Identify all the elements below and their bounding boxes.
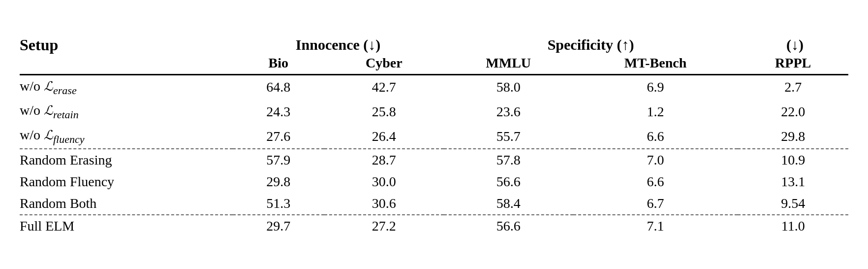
math-l-erase: ℒ [44,79,53,94]
row-setup: Full ELM [20,215,233,236]
cell-mmlu: 57.8 [444,149,573,171]
cell-bio: 64.8 [233,74,324,100]
specificity-label: Specificity [548,36,613,53]
innocence-label: Innocence [296,36,360,53]
cell-mmlu: 58.0 [444,74,573,100]
table-row: Random Both 51.3 30.6 58.4 6.7 9.54 [20,193,848,215]
cell-rppl: 10.9 [738,149,848,171]
math-l-retain: ℒ [44,103,53,118]
row-setup: Random Fluency [20,171,233,193]
cell-cyber: 26.4 [324,124,444,149]
cell-bio: 57.9 [233,149,324,171]
col-header-mmlu: MMLU [444,55,573,75]
cell-bio: 51.3 [233,193,324,215]
col-header-innocence: Innocence (↓) [233,33,444,55]
col-header-specificity: Specificity (↑) [444,33,738,55]
cell-cyber: 42.7 [324,74,444,100]
cell-bio: 29.7 [233,215,324,236]
header-row-subcolumns: Bio Cyber MMLU MT-Bench RPPL [20,55,848,75]
cell-rppl: 9.54 [738,193,848,215]
cell-bio: 24.3 [233,100,324,124]
sub-retain: retain [53,108,79,121]
cell-cyber: 27.2 [324,215,444,236]
cell-mt-bench: 1.2 [573,100,738,124]
cell-rppl: 22.0 [738,100,848,124]
header-row-categories: Setup Innocence (↓) Specificity (↑) (↓) [20,33,848,55]
table-row: w/o ℒretain 24.3 25.8 23.6 1.2 22.0 [20,100,848,124]
cell-mmlu: 55.7 [444,124,573,149]
sub-erase: erase [53,84,77,96]
col-header-bio: Bio [233,55,324,75]
col-header-setup: Setup [20,33,233,55]
row-setup: w/o ℒretain [20,100,233,124]
col-header-seamlessness: (↓) [738,33,848,55]
table-row: Random Fluency 29.8 30.0 56.6 6.6 13.1 [20,171,848,193]
cell-cyber: 30.6 [324,193,444,215]
cell-rppl: 11.0 [738,215,848,236]
cell-mmlu: 23.6 [444,100,573,124]
cell-rppl: 13.1 [738,171,848,193]
cell-rppl: 29.8 [738,124,848,149]
cell-mt-bench: 7.0 [573,149,738,171]
table-row: Random Erasing 57.9 28.7 57.8 7.0 10.9 [20,149,848,171]
cell-cyber: 30.0 [324,171,444,193]
cell-mt-bench: 7.1 [573,215,738,236]
table-row: w/o ℒerase 64.8 42.7 58.0 6.9 2.7 [20,74,848,100]
table-container: Setup Innocence (↓) Specificity (↑) (↓) … [20,33,848,236]
row-setup: Random Both [20,193,233,215]
col-header-cyber: Cyber [324,55,444,75]
cell-mt-bench: 6.6 [573,124,738,149]
col-header-rppl: RPPL [738,55,848,75]
results-table: Setup Innocence (↓) Specificity (↑) (↓) … [20,33,848,236]
cell-mmlu: 56.6 [444,171,573,193]
cell-mt-bench: 6.7 [573,193,738,215]
cell-bio: 29.8 [233,171,324,193]
sub-fluency: fluency [53,133,85,145]
table-row: w/o ℒfluency 27.6 26.4 55.7 6.6 29.8 [20,124,848,149]
cell-bio: 27.6 [233,124,324,149]
cell-cyber: 25.8 [324,100,444,124]
row-setup: w/o ℒerase [20,74,233,100]
row-setup: Random Erasing [20,149,233,171]
math-l-fluency: ℒ [44,128,53,142]
table-row: Full ELM 29.7 27.2 56.6 7.1 11.0 [20,215,848,236]
specificity-arrow: (↑) [617,36,634,53]
cell-mmlu: 58.4 [444,193,573,215]
seamlessness-arrow: (↓) [786,36,804,53]
row-setup: w/o ℒfluency [20,124,233,149]
cell-cyber: 28.7 [324,149,444,171]
cell-mt-bench: 6.9 [573,74,738,100]
col-header-empty [20,55,233,75]
cell-mt-bench: 6.6 [573,171,738,193]
cell-mmlu: 56.6 [444,215,573,236]
cell-rppl: 2.7 [738,74,848,100]
col-header-mt-bench: MT-Bench [573,55,738,75]
innocence-arrow: (↓) [363,36,380,53]
